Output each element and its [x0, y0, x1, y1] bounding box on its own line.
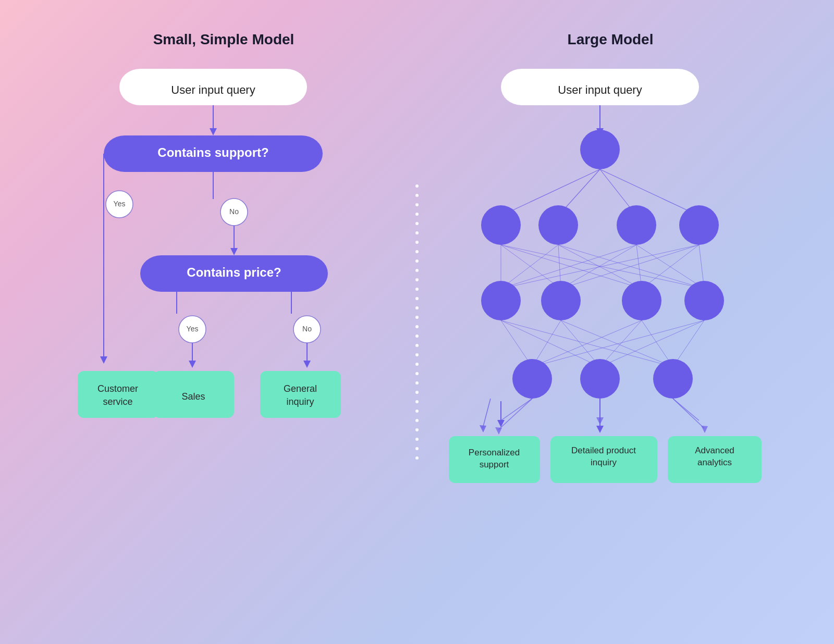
right-panel: Large Model User input query [418, 21, 803, 623]
svg-marker-128 [701, 426, 708, 433]
svg-text:Yes: Yes [114, 200, 126, 208]
svg-line-123 [498, 399, 532, 430]
svg-text:inquiry: inquiry [591, 457, 617, 467]
svg-text:Contains support?: Contains support? [157, 145, 268, 159]
svg-text:support: support [480, 460, 509, 469]
svg-line-96 [561, 320, 600, 367]
svg-point-50 [617, 205, 656, 245]
svg-text:User input query: User input query [558, 83, 642, 96]
svg-line-66 [558, 245, 704, 289]
svg-point-85 [541, 281, 581, 320]
svg-point-113 [580, 359, 620, 399]
svg-point-112 [512, 359, 552, 399]
svg-line-70 [561, 245, 636, 289]
svg-line-46 [600, 169, 699, 216]
svg-text:Customer: Customer [97, 383, 138, 394]
main-container: Small, Simple Model User input query Con… [0, 0, 834, 644]
svg-text:inquiry: inquiry [286, 397, 314, 407]
svg-marker-7 [100, 356, 107, 364]
svg-line-78 [561, 245, 699, 289]
svg-line-98 [561, 320, 673, 367]
svg-text:Advanced: Advanced [695, 445, 734, 455]
svg-line-127 [673, 399, 704, 428]
svg-point-86 [622, 281, 661, 320]
svg-text:service: service [103, 397, 132, 407]
svg-text:Contains price?: Contains price? [187, 265, 281, 279]
svg-line-102 [600, 320, 642, 367]
svg-marker-26 [303, 361, 311, 368]
left-diagram-svg: User input query Contains support? Yes N… [78, 64, 370, 532]
svg-text:Yes: Yes [187, 325, 199, 333]
svg-text:analytics: analytics [697, 457, 732, 467]
svg-line-117 [501, 399, 532, 420]
svg-marker-3 [210, 128, 217, 135]
svg-text:General: General [284, 383, 317, 394]
svg-text:Detailed product: Detailed product [571, 445, 636, 455]
svg-marker-14 [230, 248, 238, 255]
svg-text:User input query: User input query [171, 83, 255, 96]
svg-marker-122 [480, 425, 486, 432]
svg-rect-27 [78, 371, 158, 418]
left-panel: Small, Simple Model User input query Con… [31, 21, 416, 623]
svg-marker-124 [495, 427, 502, 435]
right-diagram-svg: User input query [449, 64, 772, 532]
svg-point-84 [481, 281, 521, 320]
svg-point-51 [679, 205, 719, 245]
svg-point-39 [580, 130, 620, 169]
svg-marker-21 [189, 361, 196, 368]
svg-marker-116 [497, 420, 505, 427]
svg-line-121 [483, 399, 490, 428]
svg-marker-126 [596, 426, 604, 433]
svg-rect-32 [260, 371, 341, 418]
svg-line-90 [501, 320, 600, 367]
svg-point-48 [481, 205, 521, 245]
svg-text:No: No [229, 207, 239, 216]
left-title: Small, Simple Model [153, 31, 295, 48]
svg-text:No: No [302, 325, 312, 333]
right-title: Large Model [568, 31, 654, 48]
svg-line-100 [532, 320, 642, 367]
svg-text:Sales: Sales [181, 391, 205, 402]
svg-point-87 [684, 281, 724, 320]
svg-text:Personalized: Personalized [469, 448, 520, 457]
svg-point-114 [653, 359, 693, 399]
svg-point-49 [538, 205, 578, 245]
